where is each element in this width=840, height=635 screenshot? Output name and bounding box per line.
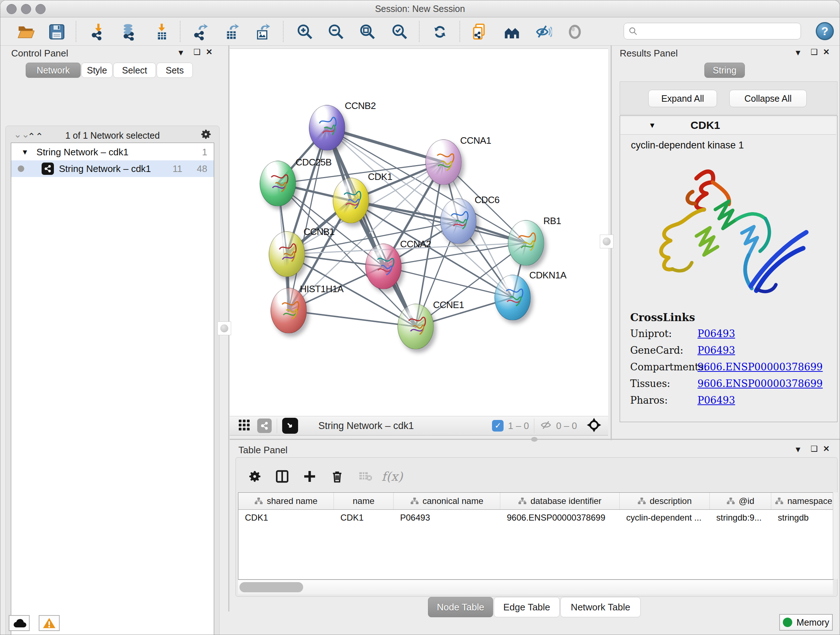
export-table-icon[interactable] <box>223 22 241 41</box>
network-node-cdc25b[interactable] <box>260 161 296 206</box>
network-badge-icon[interactable] <box>257 418 272 433</box>
tab-network-table[interactable]: Network Table <box>561 597 641 617</box>
tab-node-table[interactable]: Node Table <box>428 597 493 617</box>
memory-button[interactable]: Memory <box>779 614 833 631</box>
tab-network[interactable]: Network <box>26 63 81 78</box>
network-node-ccnb1[interactable] <box>269 231 305 277</box>
column-header-name[interactable]: name <box>334 493 393 509</box>
network-edge[interactable] <box>327 128 416 326</box>
control-panel-close-icon[interactable]: ✕ <box>206 48 212 57</box>
table-panel-float-icon[interactable]: ❑ <box>811 444 818 454</box>
control-panel-menu-icon[interactable]: ▼ <box>177 48 185 57</box>
tab-sets[interactable]: Sets <box>156 63 193 78</box>
network-row[interactable]: String Network – cdk1 11 48 <box>11 160 214 177</box>
table-panel-menu-icon[interactable]: ▼ <box>794 445 802 454</box>
export-image-icon[interactable] <box>254 22 272 41</box>
table-panel-close-icon[interactable]: ✕ <box>823 444 829 454</box>
right-divider-collapse-handle[interactable] <box>600 234 614 249</box>
birdseye-crosshair-icon[interactable] <box>586 417 602 434</box>
table-cell[interactable]: P06493 <box>393 510 500 526</box>
grid-view-icon[interactable] <box>238 418 251 433</box>
show-all-eye-icon[interactable] <box>565 22 584 41</box>
add-column-icon[interactable] <box>300 466 320 486</box>
help-button[interactable]: ? <box>816 22 834 40</box>
table-cell[interactable]: 9606.ENSP00000378699 <box>500 510 620 526</box>
tab-edge-table[interactable]: Edge Table <box>494 597 560 617</box>
horizontal-scrollbar-thumb[interactable] <box>240 582 303 592</box>
column-header-shared-name[interactable]: shared name <box>238 493 334 509</box>
collapse-all-button[interactable]: Collapse All <box>729 90 807 107</box>
network-options-gear-icon[interactable] <box>200 128 212 142</box>
protein-thumbnail <box>495 275 531 321</box>
tab-select[interactable]: Select <box>113 63 156 78</box>
detach-view-icon[interactable] <box>282 418 298 434</box>
table-options-gear-icon[interactable] <box>245 466 265 486</box>
network-canvas[interactable]: CCNB2CCNA1CDC25BCDK1CDC6RB1CCNB1CCNA2CDK… <box>230 49 608 416</box>
crosslink-link[interactable]: 9606.ENSP00000378699 <box>698 361 823 372</box>
bottom-divider-grip[interactable] <box>531 437 538 442</box>
results-entry-header[interactable]: ▼ CDK1 <box>621 116 836 135</box>
zoom-out-icon[interactable] <box>327 22 346 41</box>
crosslink-link[interactable]: P06493 <box>698 328 735 339</box>
column-header--id[interactable]: @id <box>710 493 771 509</box>
network-node-ccna1[interactable] <box>425 139 462 185</box>
table-cell[interactable]: cyclin-dependent ... <box>620 510 710 526</box>
delete-table-icon[interactable] <box>355 466 376 486</box>
tab-style[interactable]: Style <box>81 63 112 78</box>
crosslink-link[interactable]: P06493 <box>698 394 735 406</box>
table-vertical-scrollbar[interactable] <box>833 492 837 579</box>
crosslink-link[interactable]: P06493 <box>698 345 735 356</box>
column-header-namespace[interactable]: namespace <box>771 493 834 509</box>
delete-column-trash-icon[interactable] <box>327 466 347 486</box>
table-cell[interactable]: stringdb:9... <box>710 510 771 526</box>
column-header-description[interactable]: description <box>620 493 710 509</box>
open-session-icon[interactable] <box>16 22 35 41</box>
table-cell[interactable]: CDK1 <box>334 510 393 526</box>
collection-expand-arrow-icon[interactable]: ▼ <box>21 148 28 157</box>
warning-status-button[interactable] <box>39 615 60 631</box>
save-session-icon[interactable] <box>47 22 66 41</box>
apply-layout-icon[interactable] <box>431 22 449 41</box>
first-neighbors-icon[interactable] <box>502 22 521 41</box>
function-builder-icon[interactable]: f(x) <box>382 466 402 486</box>
zoom-fit-icon[interactable] <box>358 22 377 41</box>
network-node-ccna2[interactable] <box>365 244 401 289</box>
network-node-rb1[interactable] <box>508 220 544 266</box>
network-node-cdk1[interactable] <box>333 178 369 223</box>
entry-collapse-arrow-icon[interactable]: ▼ <box>649 121 656 130</box>
table-row[interactable]: CDK1CDK1P064939606.ENSP00000378699cyclin… <box>238 510 833 526</box>
results-panel-menu-icon[interactable]: ▼ <box>794 48 802 57</box>
hide-selected-eye-icon[interactable] <box>534 22 553 41</box>
network-node-cdkn1a[interactable] <box>494 275 531 320</box>
results-panel-close-icon[interactable]: ✕ <box>823 48 829 57</box>
export-network-icon[interactable] <box>191 22 210 41</box>
app-window: Session: New Session <box>0 0 840 635</box>
results-panel-float-icon[interactable]: ❑ <box>811 48 818 57</box>
import-table-file-icon[interactable] <box>152 22 171 41</box>
show-columns-icon[interactable] <box>272 466 292 486</box>
left-divider-collapse-handle[interactable] <box>218 321 231 335</box>
table-cell[interactable]: stringdb <box>771 510 834 526</box>
zoom-in-icon[interactable] <box>295 22 314 41</box>
network-node-ccnb2[interactable] <box>309 105 345 150</box>
cloud-status-button[interactable] <box>9 615 30 631</box>
column-header-canonical-name[interactable]: canonical name <box>393 493 500 509</box>
selected-nodes-checkbox-icon[interactable]: ✓ <box>492 420 504 432</box>
copy-network-documents-icon[interactable] <box>470 22 489 41</box>
hidden-eye-icon[interactable] <box>539 418 553 433</box>
network-collection-row[interactable]: ▼ String Network – cdk1 1 <box>11 144 214 160</box>
tab-string[interactable]: String <box>704 63 745 78</box>
column-header-database-identifier[interactable]: database identifier <box>500 493 620 509</box>
control-panel-float-icon[interactable]: ❑ <box>194 48 201 57</box>
zoom-selected-icon[interactable] <box>390 22 409 41</box>
network-node-ccne1[interactable] <box>398 304 434 349</box>
network-edge[interactable] <box>289 310 416 326</box>
table-cell[interactable]: CDK1 <box>238 510 334 526</box>
import-network-database-icon[interactable] <box>120 22 139 41</box>
node-label-hist1h1a: HIST1H1A <box>300 283 343 295</box>
import-network-file-icon[interactable] <box>89 22 108 41</box>
crosslink-link[interactable]: 9606.ENSP00000378699 <box>698 378 823 389</box>
expand-all-button[interactable]: Expand All <box>648 90 717 107</box>
network-node-cdc6[interactable] <box>440 198 477 244</box>
search-input[interactable] <box>641 26 801 36</box>
